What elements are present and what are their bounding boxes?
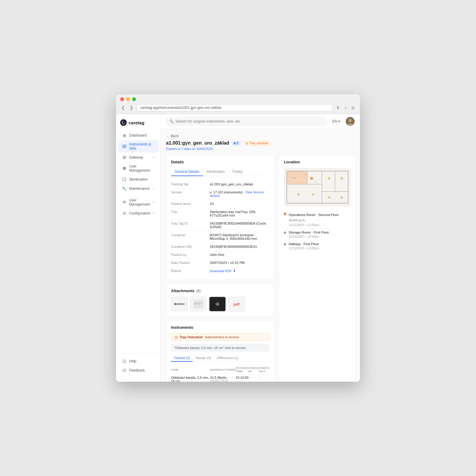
sidebar-item-dashboard[interactable]: ⊞ Dashboard bbox=[118, 131, 159, 140]
instrument-tab-packed[interactable]: Packed (3) bbox=[171, 355, 193, 362]
svg-rect-15 bbox=[246, 143, 248, 144]
page-body: ← Back a1.001:gyn_gen_uro_základ A-7 Tra… bbox=[161, 129, 360, 382]
new-tab-button[interactable]: + bbox=[343, 105, 348, 111]
field-packed-items: Packed Items 23 bbox=[171, 200, 270, 208]
sidebar-item-configuration[interactable]: Configuration ▾ bbox=[118, 209, 159, 218]
field-container: Container [KONT] Sterilizační kontejner … bbox=[171, 231, 270, 243]
svg-rect-6 bbox=[123, 178, 126, 181]
sidebar-item-maintenance[interactable]: 🔧 Maintenance ▾ bbox=[118, 184, 159, 193]
language-selector[interactable]: EN ▾ bbox=[330, 118, 343, 125]
svg-point-17 bbox=[174, 303, 176, 305]
back-arrow-icon: ← bbox=[166, 134, 170, 138]
sterilization-icon bbox=[122, 177, 127, 182]
attachment-1[interactable] bbox=[171, 297, 188, 311]
view-version-history-link[interactable]: View Version History bbox=[210, 190, 264, 198]
user-mgmt-icon bbox=[122, 166, 127, 171]
svg-rect-21 bbox=[194, 304, 200, 304]
tab-general-details[interactable]: General Details bbox=[171, 168, 203, 176]
help-icon: ? bbox=[122, 359, 127, 364]
svg-point-2 bbox=[124, 157, 125, 158]
maintenance-icon: 🔧 bbox=[122, 186, 127, 191]
copy-button[interactable]: ⧉ bbox=[350, 105, 356, 111]
attachment-3[interactable] bbox=[209, 297, 226, 311]
search-box[interactable]: 🔍 bbox=[166, 117, 327, 126]
svg-point-9 bbox=[124, 213, 125, 214]
feedback-icon bbox=[122, 368, 127, 373]
loc-dot-1 bbox=[284, 231, 286, 234]
location-panel: Location bbox=[279, 155, 356, 382]
instrument-tab-differences[interactable]: Differences (1) bbox=[214, 355, 241, 362]
instrument-row-1: Odsávací kanyla, 2,0 mm, 16 cm 34155BF9C… bbox=[171, 375, 270, 382]
lang-chevron-icon: ▾ bbox=[338, 119, 340, 123]
app-logo: caretag bbox=[116, 118, 160, 131]
sidebar-item-sterilization[interactable]: Sterilization bbox=[118, 175, 159, 184]
instruments-table: ITEM MANUFACTURER PACKED TIME CHECK IN C… bbox=[171, 365, 270, 382]
svg-point-7 bbox=[123, 201, 124, 202]
loc-details-0: Operations Room · Second Floor (Building… bbox=[289, 212, 351, 227]
loc-name-2: Hallway · First Floor bbox=[289, 242, 319, 246]
attachment-4[interactable]: pdf bbox=[228, 297, 245, 311]
svg-rect-3 bbox=[123, 167, 126, 168]
svg-point-36 bbox=[341, 177, 343, 180]
instruments-panel: Instruments Tray Unlocked: Instrument(s)… bbox=[166, 320, 275, 382]
search-input[interactable] bbox=[176, 119, 323, 123]
instruments-title: Instruments bbox=[171, 325, 270, 330]
tab-trolley[interactable]: Trolley bbox=[228, 168, 246, 176]
location-list: Operations Room · Second Floor (Building… bbox=[284, 210, 351, 252]
instrument-tabs: Packed (3) Recipe (4) Differences (1) bbox=[171, 355, 270, 362]
field-tray-tag-id: Tray Tag ID 34155BF9C800194000009D8 (Cyc… bbox=[171, 220, 270, 231]
location-item-0: Operations Room · Second Floor (Building… bbox=[284, 210, 351, 229]
forward-nav-button[interactable]: ❯ bbox=[129, 105, 134, 111]
sidebar-item-help[interactable]: ? Help bbox=[118, 357, 159, 366]
minimize-button[interactable] bbox=[126, 97, 130, 101]
details-title: Details bbox=[171, 160, 270, 164]
content-grid: Details General Details Sterilization Tr… bbox=[166, 155, 355, 382]
svg-text:?: ? bbox=[124, 361, 125, 363]
svg-rect-20 bbox=[194, 303, 203, 303]
back-nav-button[interactable]: ❮ bbox=[120, 105, 126, 111]
details-table: Packing Set a1.001:gyn_gen_uro_základ Ve… bbox=[171, 180, 270, 275]
service-message: "Odsávací kanyla, 2,0 mm, 16 cm" sent to… bbox=[171, 344, 270, 352]
left-column: Details General Details Sterilization Tr… bbox=[166, 155, 275, 382]
loc-details-1: Storage Room · First Floor 12/12/2022 • … bbox=[289, 231, 329, 238]
svg-point-40 bbox=[312, 193, 314, 196]
badge-tray-unlocked: Tray unlocked bbox=[243, 141, 270, 146]
close-button[interactable] bbox=[120, 97, 124, 101]
loc-details-2: Hallway · First Floor 12/12/2022 • 12:00… bbox=[289, 242, 319, 250]
badge-a7: A-7 bbox=[232, 141, 241, 145]
back-link[interactable]: ← Back bbox=[166, 134, 355, 138]
sidebar-item-instruments[interactable]: Instruments & Sets bbox=[118, 140, 159, 153]
logo-icon bbox=[120, 119, 127, 126]
attachments-panel: Attachments (4) bbox=[166, 284, 275, 317]
mfr-code-1: 18-647-20-07 bbox=[210, 379, 236, 382]
share-button[interactable]: ⬆ bbox=[335, 105, 341, 111]
instruments-icon bbox=[122, 144, 127, 149]
maximize-button[interactable] bbox=[132, 97, 136, 101]
download-pdf-link[interactable]: Download PDF ⬇ bbox=[210, 269, 270, 273]
loc-dot-2 bbox=[284, 243, 286, 245]
svg-point-37 bbox=[328, 196, 331, 198]
address-bar[interactable]: caretag.app/instruments/a1001-gyn-gen-ur… bbox=[137, 104, 333, 111]
mfr-1: KLS Martin bbox=[210, 376, 236, 379]
col-item: ITEM bbox=[171, 365, 210, 375]
configuration-chevron: ▾ bbox=[153, 212, 154, 215]
field-report: Report Download PDF ⬇ bbox=[171, 267, 270, 275]
instrument-tab-recipe[interactable]: Recipe (4) bbox=[193, 355, 214, 362]
tray-banner-message: Instrument(s) in service bbox=[205, 335, 239, 339]
svg-rect-33 bbox=[287, 171, 307, 184]
col-manufacturer: MANUFACTURER bbox=[210, 365, 236, 375]
field-packed-by: Packed by John Doe bbox=[171, 251, 270, 259]
field-date-packed: Date Packed 20/07/2023 • 12:12 PM bbox=[171, 259, 270, 267]
sidebar-item-feedback[interactable]: Feedback bbox=[118, 366, 159, 375]
page-header: a1.001:gyn_gen_uro_základ A-7 Tray unloc… bbox=[166, 140, 355, 151]
svg-point-39 bbox=[298, 193, 300, 196]
sidebar-item-gateway[interactable]: Gateway ▾ bbox=[118, 153, 159, 162]
attachment-2[interactable] bbox=[190, 297, 207, 311]
tab-sterilization[interactable]: Sterilization bbox=[203, 168, 228, 176]
sidebar-nav: ⊞ Dashboard Instruments & Sets Gateway bbox=[116, 131, 160, 353]
svg-point-35 bbox=[328, 177, 331, 180]
svg-text:OR: OR bbox=[293, 177, 295, 179]
user-avatar[interactable] bbox=[346, 117, 355, 126]
sidebar-item-user-mgmt-2[interactable]: User Management ▾ bbox=[118, 196, 159, 209]
sidebar-item-user-mgmt[interactable]: User Management bbox=[118, 162, 159, 175]
